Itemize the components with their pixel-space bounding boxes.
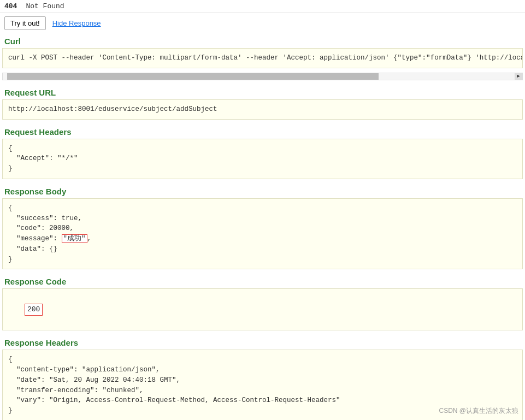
response-code-title: Response Code	[0, 274, 525, 288]
http-status-text: Not Found	[26, 2, 64, 10]
curl-scrollbar[interactable]: ►	[2, 73, 523, 80]
request-url-value: http://localhost:8001/eduservice/subject…	[2, 99, 523, 120]
curl-section-title: Curl	[0, 33, 525, 48]
message-highlighted-value: "成功"	[62, 234, 87, 243]
watermark: CSDN @认真生活的灰太狼	[439, 406, 518, 416]
response-code-section: Response Code 200	[0, 274, 525, 330]
curl-command-text: curl -X POST --header 'Content-Type: mul…	[8, 54, 523, 62]
response-body-section: Response Body { "success": true, "code":…	[0, 184, 525, 270]
curl-scroll-right-arrow[interactable]: ►	[515, 73, 522, 80]
response-headers-title: Response Headers	[0, 335, 525, 350]
curl-scrollbar-thumb[interactable]	[7, 73, 379, 80]
hide-response-link[interactable]: Hide Response	[52, 19, 101, 27]
response-code-value: 200	[25, 304, 43, 316]
curl-command: curl -X POST --header 'Content-Type: mul…	[2, 48, 523, 68]
http-status-code: 404	[4, 2, 17, 10]
response-body-value: { "success": true, "code": 20000, "messa…	[2, 198, 523, 270]
response-code-box: 200	[2, 288, 523, 330]
action-row: Try it out! Hide Response	[0, 13, 525, 33]
top-bar: 404 Not Found	[0, 0, 525, 13]
curl-section: Curl curl -X POST --header 'Content-Type…	[0, 33, 525, 80]
request-url-section: Request URL http://localhost:8001/eduser…	[0, 85, 525, 120]
response-body-title: Response Body	[0, 184, 525, 198]
request-headers-title: Request Headers	[0, 124, 525, 139]
request-url-title: Request URL	[0, 85, 525, 99]
request-headers-value: { "Accept": "*/*" }	[2, 139, 523, 179]
request-headers-section: Request Headers { "Accept": "*/*" }	[0, 124, 525, 179]
try-it-out-button[interactable]: Try it out!	[4, 16, 46, 30]
